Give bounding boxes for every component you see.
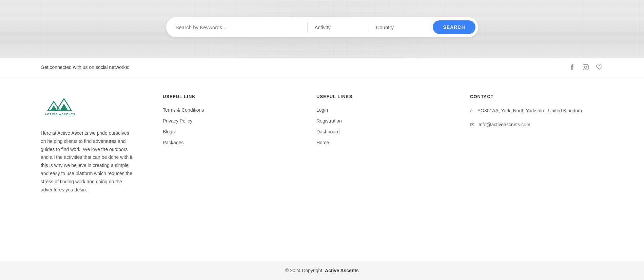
useful-links-title: USEFUL LINKS — [316, 94, 450, 99]
svg-marker-4 — [51, 105, 57, 110]
brand-description: Here at Active Ascents we pride ourselve… — [41, 129, 136, 194]
logo-container: ACTIVE ASCENTS — [41, 94, 142, 119]
svg-rect-0 — [583, 64, 588, 70]
search-keyword-input[interactable] — [169, 24, 308, 30]
brand-name: Active Ascents — [325, 268, 359, 273]
footer-main: ACTIVE ASCENTS Here at Active Ascents we… — [0, 77, 644, 261]
copyright-text: © 2024 Copyright: — [285, 268, 324, 273]
footer-link-login[interactable]: Login — [316, 107, 450, 113]
footer-link-terms[interactable]: Terms & Conditions — [163, 107, 296, 113]
brand-logo: ACTIVE ASCENTS — [41, 94, 81, 118]
footer-useful-links-col: USEFUL LINKS Login Registration Dashboar… — [316, 94, 450, 240]
heart-icon[interactable] — [595, 63, 603, 71]
footer-link-packages[interactable]: Packages — [163, 140, 296, 145]
footer-link-dashboard[interactable]: Dashboard — [316, 129, 450, 134]
social-icons-group — [568, 63, 603, 71]
hero-section: Activity Hiking Cycling Climbing Running… — [0, 0, 644, 58]
home-icon: ⌂ — [470, 108, 473, 114]
footer-link-registration[interactable]: Registration — [316, 118, 450, 124]
footer-contact-col: CONTACT ⌂ YO301AA, York, North Yorkshire… — [470, 94, 603, 240]
footer-link-blogs[interactable]: Blogs — [163, 129, 296, 134]
contact-address-item: ⌂ YO301AA, York, North Yorkshire, United… — [470, 107, 603, 114]
instagram-icon[interactable] — [582, 63, 590, 71]
country-dropdown[interactable]: Country United Kingdom France Germany Sp… — [369, 24, 430, 30]
footer-useful-link-col: USEFUL LINK Terms & Conditions Privacy P… — [163, 94, 296, 240]
facebook-icon[interactable] — [568, 63, 576, 71]
email-icon: ✉ — [470, 122, 474, 128]
search-bar: Activity Hiking Cycling Climbing Running… — [166, 17, 478, 37]
contact-address: YO301AA, York, North Yorkshire, United K… — [477, 107, 582, 114]
footer-link-home[interactable]: Home — [316, 140, 450, 145]
svg-point-2 — [587, 66, 588, 66]
social-bar: Get connected with us on social networks… — [0, 58, 644, 77]
svg-text:ACTIVE ASCENTS: ACTIVE ASCENTS — [45, 113, 76, 116]
svg-point-1 — [585, 66, 587, 69]
footer-bottom: © 2024 Copyright: Active Ascents — [0, 261, 644, 280]
useful-link-title: USEFUL LINK — [163, 94, 296, 99]
contact-email-item: ✉ Info@activeascnets.com — [470, 121, 603, 128]
search-button[interactable]: SEARCH — [433, 20, 475, 34]
footer-brand-col: ACTIVE ASCENTS Here at Active Ascents we… — [41, 94, 142, 240]
svg-marker-6 — [60, 104, 67, 110]
contact-title: CONTACT — [470, 94, 603, 99]
activity-dropdown[interactable]: Activity Hiking Cycling Climbing Running — [308, 24, 369, 30]
contact-email: Info@activeascnets.com — [479, 121, 530, 128]
footer-link-privacy[interactable]: Privacy Policy — [163, 118, 296, 124]
social-text: Get connected with us on social networks… — [41, 64, 129, 70]
